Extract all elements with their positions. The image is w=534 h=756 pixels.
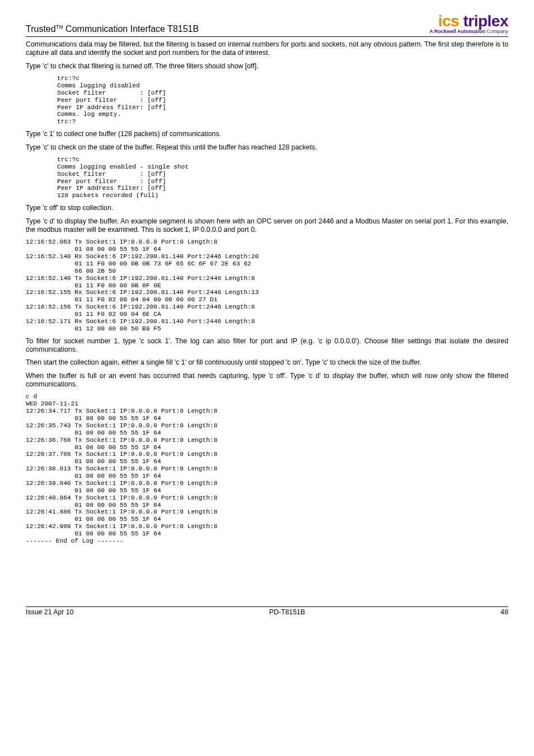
brand-logo: ics triplex A Rockwell Automation Compan… [429, 13, 508, 34]
logo-subtitle: A Rockwell Automation Company [429, 29, 508, 34]
paragraph: Then start the collection again, either … [26, 358, 508, 367]
page-footer: Issue 21 Apr 10 PD-T8151B 48 [26, 606, 508, 616]
logo-sub-light: Company [486, 29, 508, 34]
paragraph: Type 'c' to check that filtering is turn… [26, 62, 508, 71]
title-prefix: Trusted [26, 24, 56, 34]
doc-title: TrustedTM Communication Interface T8151B [26, 24, 199, 34]
code-block: trc:?c Comms logging enabled - single sh… [57, 156, 508, 199]
footer-left: Issue 21 Apr 10 [26, 608, 73, 616]
paragraph: To filter for socket number 1, type 'c s… [26, 337, 508, 354]
logo-wordmark: ics triplex [429, 13, 508, 29]
title-rest: Communication Interface T8151B [63, 24, 199, 34]
footer-right: 48 [500, 608, 508, 616]
paragraph: Type 'c' to check on the state of the bu… [26, 143, 508, 152]
logo-ics: ics [438, 12, 459, 30]
paragraph: Type 'c d' to display the buffer. An exa… [26, 217, 508, 235]
header-rule [26, 36, 508, 37]
logo-triplex: triplex [459, 12, 508, 30]
title-tm: TM [56, 24, 63, 30]
code-block: trc:?c Comms logging disabled Socket fil… [57, 75, 508, 125]
code-block: 12:16:52.063 Tx Socket:1 IP:0.0.0.0 Port… [26, 239, 508, 332]
paragraph: Type 'c off' to stop collection. [26, 204, 508, 212]
footer-center: PD-T8151B [269, 608, 305, 616]
logo-sub-bold: A Rockwell Automation [429, 29, 486, 34]
paragraph: Type 'c 1' to collect one buffer (128 pa… [26, 130, 508, 138]
paragraph: When the buffer is full or an event has … [26, 372, 508, 389]
paragraph: Communications data may be filtered, but… [26, 40, 508, 58]
code-block: c d WED 2007-11-21 12:26:34.717 Tx Socke… [26, 393, 508, 544]
page-header: TrustedTM Communication Interface T8151B… [26, 13, 508, 34]
